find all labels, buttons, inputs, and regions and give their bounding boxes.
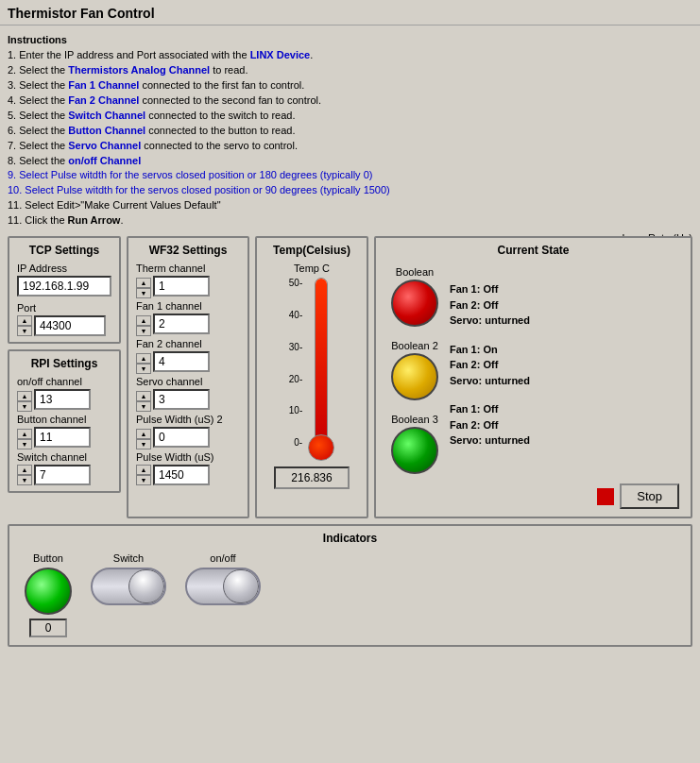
temp-panel-title: Temp(Celsius) [265,244,359,257]
rpi-settings-panel: RPI Settings on/off channel ▲ ▼ Button c… [8,349,121,493]
ip-address-input[interactable] [17,276,111,297]
instr-line-10: 10. Select Pulse witdth for the servos c… [8,183,692,198]
instr-line-4: 4. Select the Fan 2 Channel connected to… [8,93,692,109]
thermometer: Temp C 50- 40- 30- 20- 10- 0- [265,263,359,489]
fan2-channel-label: Fan 2 channel [136,338,240,349]
onoff-channel-label: on/off channel [17,376,111,387]
instr-line-2: 2. Select the Thermistors Analog Channel… [8,63,692,78]
instr-line-9: 9. Select Pulse witdth for the servos cl… [8,168,692,183]
servo-spin-down[interactable]: ▼ [136,401,151,412]
onoff-spinbox: ▲ ▼ [17,389,111,414]
boolean-1-led [391,280,438,327]
port-label: Port [17,302,111,314]
switch-spinbox: ▲ ▼ [17,465,111,485]
boolean-3-label: Boolean 3 [391,414,438,425]
servo-spin-up[interactable]: ▲ [136,391,151,401]
title-bar: Thermistor Fan Control [0,0,700,25]
tcp-panel-title: TCP Settings [17,244,111,257]
instr-line-6: 6. Select the Button Channel connected t… [8,124,692,139]
temp-panel: Temp(Celsius) Temp C 50- 40- 30- 20- 10-… [255,236,368,518]
tcp-settings-panel: TCP Settings IP Address Port ▲ ▼ [8,236,121,344]
current-state-panel: Current State Boolean Boolean 2 Boolean … [374,236,692,518]
switch-toggle[interactable] [91,568,166,609]
port-input[interactable] [34,315,106,336]
boolean-2-label: Boolean 2 [391,340,438,351]
stop-red-icon [597,488,614,505]
port-spin-up[interactable]: ▲ [17,315,32,326]
button-indicator-label: Button [33,552,63,564]
pulse2-spinbox: ▲ ▼ [136,427,240,451]
state-3-text: Fan 1: Off Fan 2: Off Servo: unturned [450,401,530,449]
therm-channel-label: Therm channel [136,263,240,274]
button-led [25,568,72,615]
instr-line-7: 7. Select the Servo Channel connected to… [8,139,692,154]
instr-line-11a: 11. Select Edit>"Make Current Values Def… [8,198,692,213]
switch-channel-label: Switch channel [17,451,111,463]
stop-button[interactable]: Stop [620,483,679,509]
therm-spin-down[interactable]: ▼ [136,288,151,298]
switch-indicator-label: Switch [113,552,144,564]
onoff-spin-down[interactable]: ▼ [17,401,32,412]
instr-line-8: 8. Select the on/off Channel [8,154,692,169]
indicators-title: Indicators [17,532,683,545]
fan2-spin-up[interactable]: ▲ [136,353,151,364]
pulse-input[interactable] [153,465,210,485]
wf32-settings-panel: WF32 Settings Therm channel ▲ ▼ Fan 1 ch… [127,236,249,518]
onoff-indicator: on/off [185,552,261,609]
boolean-3-led [391,427,438,474]
switch-channel-input[interactable] [34,465,91,485]
button-spin-down[interactable]: ▼ [17,439,32,449]
fan2-spin-down[interactable]: ▼ [136,364,151,374]
servo-spinbox: ▲ ▼ [136,389,240,414]
button-spin-up[interactable]: ▲ [17,429,32,439]
boolean-2-led [391,353,438,400]
temp-value: 216.836 [274,466,350,489]
pulse2-spin-up[interactable]: ▲ [136,429,151,439]
fan1-spin-down[interactable]: ▼ [136,326,151,336]
boolean-1-label: Boolean [391,266,438,278]
wf32-panel-title: WF32 Settings [136,244,240,257]
fan1-channel-input[interactable] [153,314,210,334]
switch-spin-up[interactable]: ▲ [17,465,32,475]
indicators-panel: Indicators Button 0 Switch on/off [8,524,692,647]
onoff-toggle[interactable] [185,568,261,609]
therm-bulb [308,434,334,461]
therm-spin-up[interactable]: ▲ [136,278,151,288]
button-channel-label: Button channel [17,414,111,425]
button-spinbox: ▲ ▼ [17,427,111,451]
pulse-spinbox: ▲ ▼ [136,465,240,485]
pulse-spin-up[interactable]: ▲ [136,465,151,475]
onoff-channel-input[interactable] [34,389,91,410]
fan2-spinbox: ▲ ▼ [136,351,240,376]
instr-line-11b: 11. Click the Run Arrow. [8,213,692,229]
instructions-header: Instructions [8,33,692,48]
button-indicator: Button 0 [25,552,72,637]
therm-spinbox: ▲ ▼ [136,276,240,300]
pulse2-input[interactable] [153,427,210,448]
onoff-spin-up[interactable]: ▲ [17,391,32,401]
instr-line-3: 3. Select the Fan 1 Channel connected to… [8,78,692,93]
therm-tube [308,278,334,448]
instructions-section: Instructions 1. Enter the IP address and… [8,33,692,229]
temp-label: Temp C [294,263,330,274]
instr-line-5: 5. Select the Switch Channel connected t… [8,109,692,124]
ip-label: IP Address [17,263,111,274]
temp-scale: 50- 40- 30- 20- 10- 0- [289,278,304,448]
rpi-panel-title: RPI Settings [17,357,111,370]
port-spin-down[interactable]: ▼ [17,326,32,336]
switch-spin-down[interactable]: ▼ [17,475,32,485]
current-state-title: Current State [384,244,683,257]
fan1-spinbox: ▲ ▼ [136,314,240,338]
state-1-text: Fan 1: Off Fan 2: Off Servo: unturned [450,281,530,329]
button-channel-input[interactable] [34,427,91,448]
servo-channel-input[interactable] [153,389,210,410]
state-2-text: Fan 1: On Fan 2: Off Servo: unturned [450,342,530,389]
pulse-label: Pulse Width (uS) [136,451,240,463]
fan1-spin-up[interactable]: ▲ [136,315,151,326]
therm-channel-input[interactable] [153,276,210,297]
fan2-channel-input[interactable] [153,351,210,372]
app-title: Thermistor Fan Control [8,6,155,21]
pulse2-spin-down[interactable]: ▼ [136,439,151,449]
instr-line-1: 1. Enter the IP address and Port associa… [8,48,692,63]
pulse-spin-down[interactable]: ▼ [136,475,151,485]
